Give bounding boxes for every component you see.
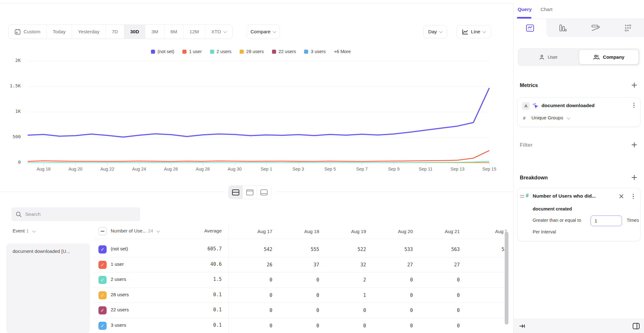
table-row[interactable]: ✓28 users0.1001000: [94, 288, 507, 303]
times-value-input[interactable]: [591, 216, 622, 226]
series-col-label: Number of Use...: [111, 228, 146, 233]
add-metric-button[interactable]: [631, 82, 637, 88]
event-cell-label: document downloaded [U...: [13, 248, 70, 254]
layout-top-icon: [246, 189, 253, 195]
chart-type-scatter-tab[interactable]: [612, 19, 644, 37]
value-cell: 0: [413, 272, 460, 288]
series-label: (not set): [111, 246, 128, 251]
layout-split-icon: [232, 189, 239, 195]
select-all-checkbox[interactable]: [98, 227, 107, 235]
value-cell: 563: [413, 242, 460, 257]
date-column-header: Aug 19: [319, 224, 366, 239]
table-header-border: [94, 239, 507, 239]
chart-type-bar-tab[interactable]: [546, 19, 579, 37]
value-cell: 0: [319, 318, 366, 333]
table-row[interactable]: ✓3 users0.1000000: [94, 318, 507, 333]
search-field[interactable]: [11, 207, 140, 221]
date-column-header: Aug 22: [460, 224, 507, 239]
drag-handle-icon[interactable]: [520, 195, 524, 198]
chart-type-flow-tab[interactable]: [579, 19, 612, 37]
remove-breakdown-icon[interactable]: [619, 194, 624, 199]
series-checkbox[interactable]: ✓: [98, 291, 107, 299]
average-column-header: Average: [157, 228, 222, 233]
value-cell: 0: [366, 272, 413, 288]
value-cell: 0: [413, 303, 460, 318]
series-checkbox[interactable]: ✓: [98, 245, 107, 254]
value-cell: 555: [272, 242, 319, 257]
layout-toggle-group: [224, 183, 276, 201]
series-checkbox[interactable]: ✓: [98, 306, 107, 314]
metrics-section-title: Metrics: [520, 82, 538, 88]
series-checkbox[interactable]: ✓: [98, 276, 107, 284]
add-filter-button[interactable]: [631, 142, 637, 148]
date-column-headers: Aug 17Aug 18Aug 19Aug 20Aug 21Aug 22: [229, 224, 507, 239]
table-row[interactable]: ✓(not set)605.7542555522533563537: [94, 242, 507, 257]
metric-event-name: document downloaded: [541, 103, 595, 108]
group-by-toggle: User Company: [518, 48, 640, 66]
table-row[interactable]: ✓1 user40.6263732272726: [94, 257, 507, 273]
row-date-values: 542555522533563537: [229, 242, 507, 257]
date-column-header: Aug 18: [272, 224, 319, 239]
value-cell: 0: [229, 303, 272, 318]
average-value: 0.1: [157, 322, 222, 328]
row-date-values: 001000: [229, 288, 507, 303]
date-column-header: Aug 21: [413, 224, 460, 239]
value-cell: 2: [319, 272, 366, 288]
side-panel-icon[interactable]: [632, 323, 640, 330]
value-cell: 0: [460, 288, 507, 303]
series-column-header[interactable]: Number of Use...24: [111, 228, 159, 233]
series-col-count: 24: [148, 228, 153, 233]
bar-chart-icon: [558, 24, 567, 32]
date-column-header: Aug 20: [366, 224, 413, 239]
chart-type-line-tab[interactable]: [514, 19, 546, 37]
event-column-header[interactable]: Event1: [13, 228, 35, 233]
row-date-values: 000000: [229, 318, 507, 333]
search-input[interactable]: [25, 211, 129, 217]
collapse-panel-icon[interactable]: [519, 323, 525, 329]
table-row[interactable]: ✓2 users1.5002000: [94, 272, 507, 288]
tab-query[interactable]: Query: [518, 7, 532, 12]
average-value: 0.1: [157, 307, 222, 313]
company-segment[interactable]: Company: [579, 50, 639, 64]
table-row[interactable]: ✓22 users0.1000000: [94, 303, 507, 318]
series-label: 22 users: [111, 307, 129, 312]
value-cell: 522: [319, 242, 366, 257]
breakdown-card[interactable]: # Number of Users who did... document cr…: [517, 188, 641, 241]
breakdown-menu-icon[interactable]: [631, 193, 636, 199]
analytics-app: CustomTodayYesterday7D30D3M6M12MXTD Comp…: [0, 0, 644, 333]
value-cell: 27: [413, 257, 460, 273]
table-scrollbar[interactable]: [505, 232, 508, 325]
chart-canvas[interactable]: [0, 0, 513, 176]
value-cell: 537: [460, 242, 507, 257]
event-col-count: 1: [26, 228, 29, 233]
metric-card[interactable]: A document downloaded # Unique Groups: [517, 97, 641, 127]
series-checkbox[interactable]: ✓: [98, 322, 107, 330]
series-checkbox[interactable]: ✓: [98, 261, 107, 269]
flow-icon: [591, 24, 600, 32]
add-breakdown-button[interactable]: [631, 175, 637, 180]
value-cell: 0: [229, 288, 272, 303]
user-icon: [539, 54, 545, 60]
value-cell: 37: [272, 257, 319, 273]
table-header: Event1 Number of Use...24 Average Aug 17…: [0, 224, 513, 239]
layout-bottom-button[interactable]: [257, 186, 271, 199]
user-segment[interactable]: User: [518, 50, 579, 64]
measure-dropdown[interactable]: Unique Groups: [531, 115, 570, 120]
series-label: 1 user: [111, 261, 124, 267]
user-label: User: [548, 54, 558, 60]
hash-icon: #: [523, 115, 525, 121]
tab-chart[interactable]: Chart: [541, 7, 552, 12]
row-date-values: 002000: [229, 272, 507, 288]
layout-top-button[interactable]: [243, 186, 257, 199]
value-cell: 0: [366, 288, 413, 303]
layout-split-button[interactable]: [229, 186, 243, 199]
metric-menu-icon[interactable]: [631, 102, 636, 108]
chart-type-tabs: [514, 19, 644, 37]
average-value: 0.1: [157, 292, 222, 298]
series-label: 3 users: [111, 322, 126, 328]
event-cell[interactable]: document downloaded [U...: [6, 243, 90, 333]
dots-grid-icon: [624, 24, 632, 32]
value-cell: 0: [272, 272, 319, 288]
value-cell: 0: [272, 318, 319, 333]
value-cell: 26: [229, 257, 272, 273]
